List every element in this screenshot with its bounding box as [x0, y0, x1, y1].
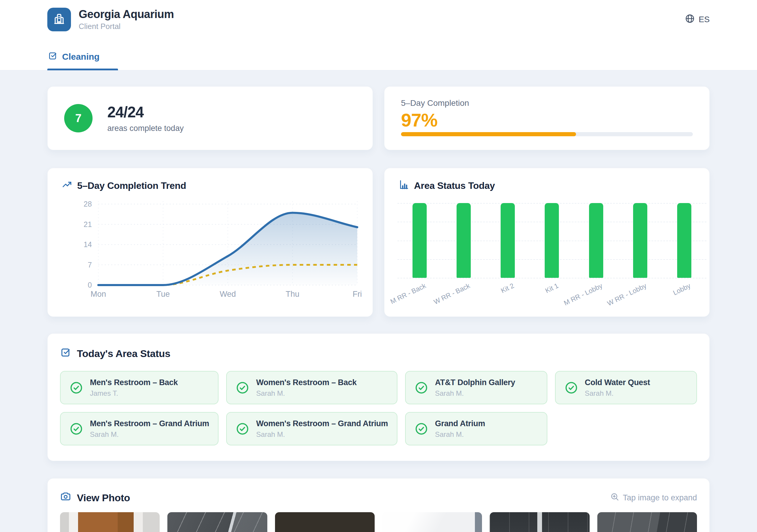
- status-bar: [677, 203, 691, 278]
- photo-hint-label: Tap image to expand: [623, 493, 697, 502]
- five-day-completion-card: 5–Day Completion 97%: [384, 86, 710, 150]
- count-badge: 7: [64, 104, 93, 133]
- bar-category-label: Kit 1: [544, 282, 560, 295]
- area-name: Men's Restroom – Back: [90, 378, 178, 387]
- trending-up-icon: [62, 179, 72, 192]
- cleaner-name: Sarah M.: [435, 430, 485, 439]
- status-bar: [412, 203, 427, 278]
- photo-thumbnail-office-ceiling[interactable]: [382, 512, 482, 532]
- cleaner-name: Sarah M.: [435, 389, 515, 398]
- status-bar: [633, 203, 647, 278]
- completion-progress-fill: [401, 132, 576, 136]
- photo-section-title: View Photo: [77, 492, 130, 504]
- photo-thumbnail-tile-wall-signage[interactable]: [597, 512, 697, 532]
- area-name: Men's Restroom – Grand Atrium: [90, 419, 209, 428]
- brand: Georgia Aquarium Client Portal: [47, 8, 174, 31]
- bar-plot: [397, 203, 707, 278]
- bar-chart-title: Area Status Today: [414, 180, 495, 191]
- cleaner-name: James T.: [90, 389, 178, 398]
- status-bar: [589, 203, 603, 278]
- language-code: ES: [699, 15, 710, 24]
- bar-category-label: W RR - Back: [432, 282, 471, 306]
- svg-text:0: 0: [88, 281, 92, 289]
- bar-category-label: Lobby: [672, 282, 692, 297]
- status-section-title: Today's Area Status: [77, 348, 170, 359]
- check-circle-icon: [236, 381, 249, 395]
- status-card: Men's Restroom – Grand AtriumSarah M.: [60, 412, 219, 445]
- bar-category-label: M RR - Back: [389, 282, 427, 306]
- bar-gridline: [397, 278, 707, 279]
- status-card: Cold Water QuestSarah M.: [555, 371, 697, 404]
- check-square-icon: [60, 347, 71, 360]
- cleaner-name: Sarah M.: [256, 430, 388, 439]
- svg-text:21: 21: [84, 220, 92, 228]
- page-subtitle: Client Portal: [79, 22, 174, 31]
- page-title: Georgia Aquarium: [79, 8, 174, 21]
- progress-bar: [401, 132, 693, 136]
- photo-row: [60, 512, 697, 532]
- svg-text:Fri: Fri: [352, 290, 362, 299]
- svg-text:14: 14: [84, 240, 92, 249]
- status-bar: [457, 203, 471, 278]
- status-card: Women's Restroom – Grand AtriumSarah M.: [226, 412, 397, 445]
- check-circle-icon: [414, 381, 428, 395]
- area-name: Cold Water Quest: [585, 378, 650, 387]
- camera-icon: [60, 491, 71, 505]
- completion-percent: 97%: [401, 109, 693, 131]
- svg-text:28: 28: [84, 200, 92, 208]
- completion-label: 5–Day Completion: [401, 99, 693, 108]
- status-card: Women's Restroom – BackSarah M.: [226, 371, 397, 404]
- areas-complete-ratio: 24/24: [107, 103, 184, 121]
- status-card: Men's Restroom – BackJames T.: [60, 371, 219, 404]
- check-circle-icon: [70, 422, 83, 436]
- tab-label: Cleaning: [62, 52, 100, 62]
- bar-chart-icon: [399, 179, 409, 192]
- svg-text:Wed: Wed: [220, 290, 236, 299]
- svg-text:Thu: Thu: [286, 290, 299, 299]
- check-square-icon: [48, 51, 58, 63]
- svg-text:7: 7: [88, 261, 92, 269]
- svg-text:Mon: Mon: [90, 290, 106, 299]
- tab-bar: Cleaning: [47, 51, 118, 70]
- dashboard: 7 24/24 areas complete today 5–Day Compl…: [0, 70, 757, 532]
- today-area-status-section: Today's Area Status Men's Restroom – Bac…: [47, 333, 710, 461]
- photo-hint: Tap image to expand: [610, 492, 697, 503]
- tab-cleaning[interactable]: Cleaning: [47, 51, 118, 70]
- status-grid: Men's Restroom – BackJames T. Women's Re…: [60, 371, 697, 445]
- area-name: Grand Atrium: [435, 419, 485, 428]
- area-status-chart-card: Area Status Today M RR - BackW RR - Back…: [384, 168, 710, 317]
- cleaner-name: Sarah M.: [90, 430, 209, 439]
- area-name: Women's Restroom – Grand Atrium: [256, 419, 388, 428]
- photo-thumbnail-restroom-door[interactable]: [60, 512, 160, 532]
- svg-text:Tue: Tue: [156, 290, 170, 299]
- building-icon: [52, 12, 66, 27]
- photo-thumbnail-dark-tile-wall[interactable]: [167, 512, 267, 532]
- bar-category-label: Kit 2: [500, 282, 515, 295]
- trend-chart-card: 5–Day Completion Trend 07142128MonTueWed…: [47, 168, 373, 317]
- check-circle-icon: [564, 381, 578, 395]
- bar-labels: M RR - BackW RR - BackKit 2Kit 1M RR - L…: [397, 282, 707, 311]
- status-card: AT&T Dolphin GallerySarah M.: [405, 371, 547, 404]
- check-circle-icon: [414, 422, 428, 436]
- status-card: Grand AtriumSarah M.: [405, 412, 547, 445]
- status-bar: [500, 203, 515, 278]
- app-header: Georgia Aquarium Client Portal ES: [0, 0, 757, 70]
- status-bar: [545, 203, 559, 278]
- photo-thumbnail-urinal-wall[interactable]: [490, 512, 589, 532]
- view-photo-section: View Photo Tap image to expand: [47, 478, 710, 532]
- trend-chart-title: 5–Day Completion Trend: [77, 180, 186, 191]
- globe-icon: [685, 14, 695, 26]
- area-name: AT&T Dolphin Gallery: [435, 378, 515, 387]
- cleaner-name: Sarah M.: [256, 389, 357, 398]
- app-logo: [47, 8, 71, 31]
- bar-category-label: M RR - Lobby: [562, 282, 604, 307]
- areas-complete-caption: areas complete today: [107, 124, 184, 133]
- check-circle-icon: [236, 422, 249, 436]
- language-selector[interactable]: ES: [685, 14, 710, 26]
- area-name: Women's Restroom – Back: [256, 378, 357, 387]
- zoom-in-icon: [610, 492, 619, 503]
- areas-complete-card: 7 24/24 areas complete today: [47, 86, 373, 150]
- check-circle-icon: [70, 381, 83, 395]
- photo-thumbnail-ceiling-panel[interactable]: [275, 512, 375, 532]
- cleaner-name: Sarah M.: [585, 389, 650, 398]
